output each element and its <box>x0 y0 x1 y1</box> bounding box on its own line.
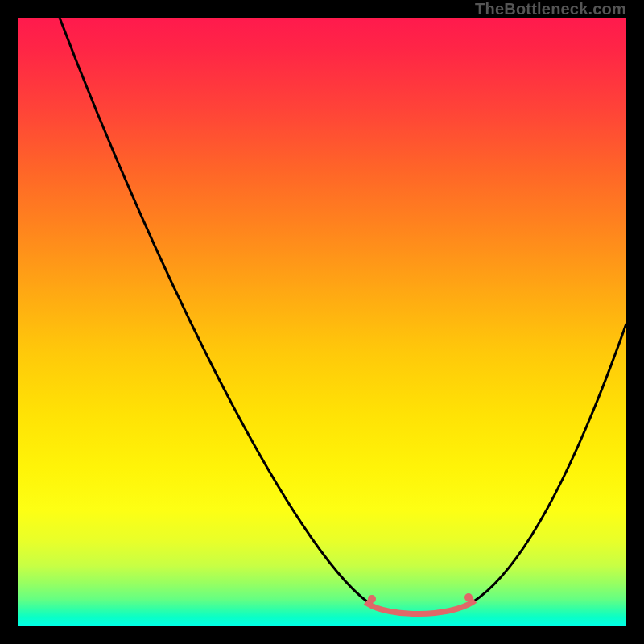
bottleneck-curve <box>60 18 626 613</box>
chart-frame <box>18 18 626 626</box>
watermark-text: TheBottleneck.com <box>475 0 626 19</box>
chart-svg <box>18 18 626 626</box>
optimal-range-segment <box>368 597 473 614</box>
optimal-range-dot-left <box>368 595 376 603</box>
optimal-range-dot-right <box>464 593 473 601</box>
